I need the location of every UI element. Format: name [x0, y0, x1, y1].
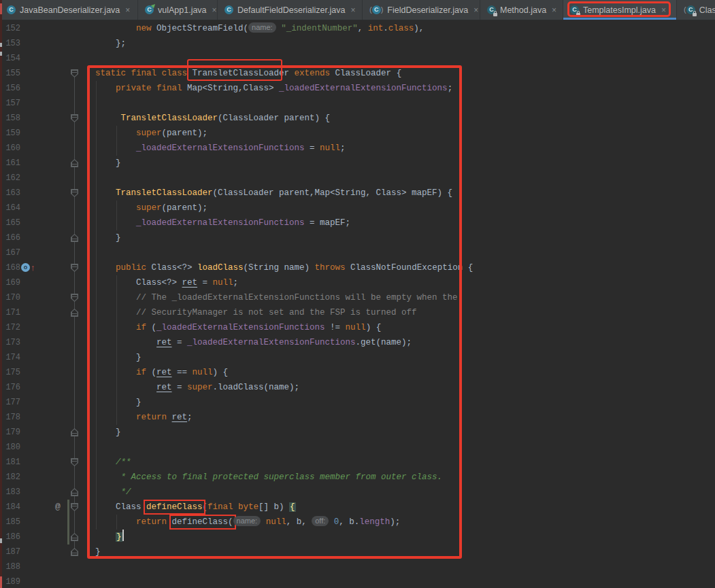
code-line[interactable]: 189 [0, 574, 715, 588]
change-marker [67, 500, 69, 515]
line-number[interactable]: 184 [0, 500, 20, 515]
annotation-box-active-tab [567, 1, 671, 17]
line-number[interactable]: 182 [0, 470, 20, 485]
line-number[interactable]: 158 [0, 111, 20, 126]
line-number[interactable]: 153 [0, 36, 20, 51]
line-number[interactable]: 157 [0, 96, 20, 111]
editor-tab-defaultfielddeserializer-java[interactable]: CDefaultFieldDeserializer.java× [218, 0, 363, 20]
stripe-mark [0, 3, 2, 14]
line-number[interactable]: 156 [0, 81, 20, 96]
line-number[interactable]: 155 [0, 66, 20, 81]
ide-window: CJavaBeanDeserializer.java×CvulApp1.java… [0, 0, 715, 588]
line-number[interactable]: 183 [0, 485, 20, 500]
stripe-mark [0, 538, 2, 543]
line-number[interactable]: 177 [0, 395, 20, 410]
annotation-at-indicator: @ [55, 500, 61, 515]
tab-label: DefaultFieldDeserializer.java [237, 5, 345, 15]
line-number[interactable]: 163 [0, 186, 20, 201]
locked-class-icon: C [487, 5, 496, 14]
line-number[interactable]: 166 [0, 230, 20, 245]
change-marker [67, 530, 69, 544]
tab-label: Class [699, 5, 715, 15]
parameter-hint: name: [248, 22, 276, 33]
annotation-box-main [87, 65, 462, 559]
stripe-mark [0, 43, 2, 47]
line-number[interactable]: 168 [0, 260, 20, 275]
line-number[interactable]: 172 [0, 320, 20, 335]
line-number[interactable]: 170 [0, 290, 20, 305]
overrides-method-icon[interactable]: o [21, 263, 30, 272]
line-number[interactable]: 160 [0, 141, 20, 156]
line-number[interactable]: 181 [0, 455, 20, 470]
line-number[interactable]: 175 [0, 365, 20, 380]
code-line[interactable]: 154 [0, 51, 715, 66]
line-number[interactable]: 189 [0, 574, 20, 588]
stripe-mark [0, 52, 2, 56]
decompiled-locked-class-icon: (C [684, 5, 695, 14]
line-number[interactable]: 164 [0, 201, 20, 215]
decompiled-class-icon: (C) [369, 5, 383, 14]
line-number[interactable]: 159 [0, 126, 20, 141]
line-number[interactable]: 162 [0, 171, 20, 186]
stripe-mark [0, 576, 2, 588]
line-number[interactable]: 152 [0, 21, 20, 36]
close-tab-icon[interactable]: × [350, 5, 355, 15]
change-marker [67, 515, 69, 530]
close-tab-icon[interactable]: × [125, 5, 130, 15]
override-arrow-icon: ↑ [31, 261, 35, 275]
editor-tab-javabeandeserializer-java[interactable]: CJavaBeanDeserializer.java× [0, 0, 138, 20]
line-number[interactable]: 174 [0, 350, 20, 365]
tab-label: JavaBeanDeserializer.java [20, 5, 120, 15]
tab-label: vulApp1.java [158, 5, 207, 15]
class-icon: C [225, 5, 233, 14]
code-line[interactable]: 152 new ObjectStreamField(name: "_indent… [0, 21, 715, 36]
editor-tab-class[interactable]: (CClass [677, 0, 715, 20]
line-number[interactable]: 165 [0, 215, 20, 230]
line-number[interactable]: 161 [0, 156, 20, 171]
editor-tab-method-java[interactable]: CMethod.java× [480, 0, 563, 20]
editor-tab-fielddeserializer-java[interactable]: (C)FieldDeserializer.java× [363, 0, 480, 20]
class-icon: C [7, 5, 16, 14]
line-number[interactable]: 185 [0, 515, 20, 530]
line-number[interactable]: 169 [0, 275, 20, 290]
tab-label: FieldDeserializer.java [387, 5, 468, 15]
code-line[interactable]: 153 }; [0, 36, 715, 51]
line-number[interactable]: 187 [0, 544, 20, 559]
left-edge-stripe [0, 0, 2, 588]
tab-label: Method.java [500, 5, 546, 15]
line-number[interactable]: 178 [0, 410, 20, 425]
line-number[interactable]: 176 [0, 380, 20, 395]
code-text: }; [75, 36, 126, 51]
code-line[interactable]: 188 [0, 559, 715, 574]
line-number[interactable]: 167 [0, 245, 20, 260]
line-number[interactable]: 171 [0, 305, 20, 320]
line-number[interactable]: 188 [0, 559, 20, 574]
close-tab-icon[interactable]: × [212, 5, 217, 15]
code-text: new ObjectStreamField(name: "_indentNumb… [75, 21, 424, 36]
editor-tab-vulapp1-java[interactable]: CvulApp1.java× [138, 0, 218, 20]
line-number[interactable]: 173 [0, 335, 20, 350]
runnable-class-icon: C [145, 5, 154, 14]
line-number[interactable]: 186 [0, 530, 20, 544]
close-tab-icon[interactable]: × [473, 5, 478, 15]
line-number[interactable]: 180 [0, 440, 20, 455]
line-number[interactable]: 154 [0, 51, 20, 66]
line-number[interactable]: 179 [0, 425, 20, 440]
close-tab-icon[interactable]: × [552, 5, 556, 15]
